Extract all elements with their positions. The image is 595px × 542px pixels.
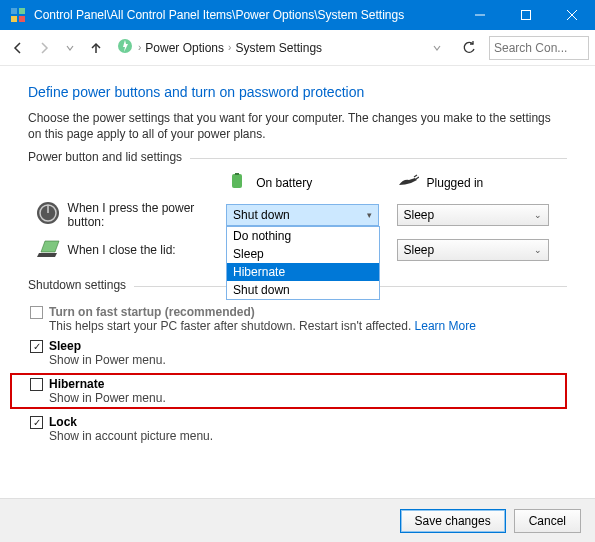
power-button-battery-dropdown[interactable]: Do nothing Sleep Hibernate Shut down [226, 226, 380, 300]
hibernate-desc: Show in Power menu. [35, 391, 561, 405]
chevron-down-icon: ▾ [367, 210, 372, 220]
column-header-plugged: Plugged in [427, 176, 484, 190]
recent-dropdown[interactable] [58, 36, 82, 60]
back-button[interactable] [6, 36, 30, 60]
battery-icon [226, 173, 248, 192]
maximize-button[interactable] [503, 0, 549, 30]
lock-label: Lock [49, 415, 77, 429]
window-title: Control Panel\All Control Panel Items\Po… [34, 8, 457, 22]
save-changes-button[interactable]: Save changes [400, 509, 506, 533]
hibernate-checkbox[interactable] [30, 378, 43, 391]
dropdown-option[interactable]: Sleep [227, 245, 379, 263]
titlebar: Control Panel\All Control Panel Items\Po… [0, 0, 595, 30]
power-button-icon [35, 200, 61, 229]
page-description: Choose the power settings that you want … [28, 110, 567, 142]
group-label: Shutdown settings [28, 278, 134, 292]
dropdown-option-selected[interactable]: Hibernate [227, 263, 379, 281]
lock-desc: Show in account picture menu. [49, 429, 567, 443]
row-label-lid: When I close the lid: [68, 243, 226, 257]
forward-button[interactable] [32, 36, 56, 60]
svg-line-13 [416, 177, 419, 179]
learn-more-link[interactable]: Learn More [415, 319, 476, 333]
fast-startup-label: Turn on fast startup (recommended) [49, 305, 255, 319]
chevron-down-icon: ⌄ [534, 245, 542, 255]
svg-rect-0 [11, 8, 17, 14]
page-title: Define power buttons and turn on passwor… [28, 84, 567, 100]
fast-startup-checkbox[interactable] [30, 306, 43, 319]
refresh-button[interactable] [457, 36, 481, 60]
sleep-desc: Show in Power menu. [49, 353, 567, 367]
navbar: › Power Options › System Settings [0, 30, 595, 66]
power-options-icon [116, 37, 134, 58]
dropdown-option[interactable]: Do nothing [227, 227, 379, 245]
breadcrumb-item[interactable]: System Settings [235, 41, 322, 55]
lid-plugged-combo[interactable]: Sleep⌄ [397, 239, 549, 261]
group-label: Power button and lid settings [28, 150, 190, 164]
power-button-battery-combo[interactable]: Shut down▾ [226, 204, 378, 226]
cancel-button[interactable]: Cancel [514, 509, 581, 533]
breadcrumb-dropdown[interactable] [425, 36, 449, 60]
column-header-battery: On battery [256, 176, 312, 190]
shutdown-settings-group: Shutdown settings Turn on fast startup (… [28, 286, 567, 443]
highlight-box: Hibernate Show in Power menu. [10, 373, 567, 409]
svg-rect-3 [19, 16, 25, 22]
chevron-right-icon: › [138, 42, 141, 53]
search-input[interactable] [489, 36, 589, 60]
control-panel-icon [10, 7, 26, 23]
dropdown-option[interactable]: Shut down [227, 281, 379, 299]
power-button-lid-group: Power button and lid settings On battery… [28, 158, 567, 264]
svg-line-12 [414, 175, 417, 177]
breadcrumb-item[interactable]: Power Options [145, 41, 224, 55]
hibernate-label: Hibernate [49, 377, 104, 391]
plug-icon [397, 173, 419, 192]
minimize-button[interactable] [457, 0, 503, 30]
sleep-checkbox[interactable]: ✓ [30, 340, 43, 353]
sleep-label: Sleep [49, 339, 81, 353]
laptop-lid-icon [35, 235, 61, 264]
fast-startup-desc: This helps start your PC faster after sh… [49, 319, 567, 333]
close-button[interactable] [549, 0, 595, 30]
svg-rect-5 [522, 11, 531, 20]
chevron-right-icon: › [228, 42, 231, 53]
power-button-plugged-combo[interactable]: Sleep⌄ [397, 204, 549, 226]
breadcrumb[interactable]: › Power Options › System Settings [116, 37, 425, 58]
svg-rect-1 [19, 8, 25, 14]
footer: Save changes Cancel [0, 498, 595, 542]
svg-rect-11 [235, 173, 239, 175]
svg-rect-2 [11, 16, 17, 22]
lock-checkbox[interactable]: ✓ [30, 416, 43, 429]
chevron-down-icon: ⌄ [534, 210, 542, 220]
svg-rect-10 [232, 174, 242, 188]
up-button[interactable] [84, 36, 108, 60]
row-label-power-button: When I press the power button: [68, 201, 226, 229]
